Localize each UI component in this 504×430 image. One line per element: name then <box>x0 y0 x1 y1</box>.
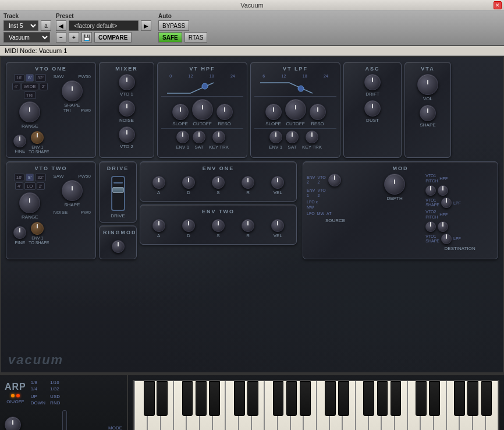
mod-pitch2-knob[interactable] <box>441 198 452 208</box>
key-as4[interactable] <box>300 381 311 416</box>
key-gs5[interactable] <box>377 381 388 416</box>
key-fs4[interactable] <box>273 381 284 416</box>
hpf-keytrk-knob[interactable] <box>212 131 225 143</box>
key-gs4[interactable] <box>286 381 297 416</box>
preset-prev-btn[interactable]: ◀ <box>56 20 66 31</box>
hpf-reso-label: RESO <box>218 121 231 126</box>
key-fs5[interactable] <box>363 381 374 416</box>
env2-r-knob[interactable] <box>242 219 254 232</box>
lpf-slope-knob[interactable] <box>265 104 282 120</box>
key-fs6[interactable] <box>454 381 465 416</box>
env2-vel-knob[interactable] <box>271 219 284 232</box>
vto1-fine-knob[interactable] <box>13 135 26 147</box>
hpf-cutoff-knob[interactable] <box>192 99 213 120</box>
preset-plus-btn[interactable]: + <box>69 32 79 43</box>
env1-a-knob[interactable] <box>152 176 165 189</box>
lpf-cutoff-knob[interactable] <box>285 99 306 120</box>
lpf-env1-knob[interactable] <box>269 131 282 143</box>
rtas-button[interactable]: RTAS <box>184 32 208 43</box>
env1-d-knob[interactable] <box>182 176 195 189</box>
preset-next-btn[interactable]: ▶ <box>141 20 151 31</box>
vto2-range-32-btn[interactable]: 32' <box>35 174 45 181</box>
vto2-env1shape-knob[interactable] <box>31 222 44 235</box>
hpf-slope-knob[interactable] <box>172 104 189 120</box>
mod-source-knob[interactable] <box>328 174 341 186</box>
hpf-env1-knob[interactable] <box>176 131 189 143</box>
mod-vto2pitch-knob[interactable] <box>425 221 436 232</box>
inst-select[interactable]: Inst 5 <box>3 20 38 31</box>
safe-button[interactable]: SAFE <box>158 32 182 43</box>
vto2-range-8-btn[interactable]: 8' <box>26 174 34 181</box>
env1-r-knob[interactable] <box>242 176 254 189</box>
key-as3[interactable] <box>209 381 220 416</box>
vto1-shape-knob[interactable] <box>62 80 83 101</box>
mod-vto1pitch-knob[interactable] <box>425 185 436 196</box>
hpf-sat-knob[interactable] <box>193 131 205 143</box>
arp-slider[interactable] <box>62 410 67 430</box>
vto1-range-knob[interactable] <box>19 101 40 122</box>
hpf-env1-label: ENV 1 <box>176 144 189 150</box>
vto2-shape-label: SHAPE <box>64 202 80 207</box>
mod-depth-knob[interactable] <box>384 174 405 195</box>
ringmod-label: RINGMOD <box>103 230 133 235</box>
vol-knob[interactable] <box>417 74 438 95</box>
key-cs3[interactable] <box>144 381 155 416</box>
key-cs4[interactable] <box>234 381 245 416</box>
env2-d-knob[interactable] <box>182 219 195 232</box>
key-ds5[interactable] <box>338 381 349 416</box>
ringmod-knob[interactable] <box>112 240 125 253</box>
vto2-range-4-btn[interactable]: 4' <box>15 182 23 190</box>
mixer-vto2-knob[interactable] <box>119 126 135 143</box>
drift-knob[interactable] <box>364 74 381 90</box>
vto2-shape-knob[interactable] <box>62 180 83 201</box>
hpf-reso-knob[interactable] <box>216 104 233 120</box>
env2-s-knob[interactable] <box>212 219 225 232</box>
mod-hpf-knob[interactable] <box>438 185 448 196</box>
range-2-btn[interactable]: 2' <box>40 83 48 90</box>
key-ds3[interactable] <box>157 381 168 416</box>
mixer-vto1-knob[interactable] <box>119 74 135 90</box>
range-16-btn[interactable]: 16' <box>14 74 24 82</box>
key-as5[interactable] <box>391 381 402 416</box>
key-cs6[interactable] <box>416 381 427 416</box>
inst-variant-btn[interactable]: a <box>41 20 51 31</box>
key-ds6[interactable] <box>429 381 440 416</box>
range-8-btn[interactable]: 8' <box>26 74 34 82</box>
key-gs3[interactable] <box>196 381 207 416</box>
mixer-noise-knob[interactable] <box>119 100 135 117</box>
mod-shape-knob[interactable] <box>441 234 452 244</box>
env1-vel-knob[interactable] <box>271 176 284 189</box>
env1-s-knob[interactable] <box>212 176 225 189</box>
vta-shape-knob[interactable] <box>420 105 436 121</box>
range-tri-btn[interactable]: TRI <box>24 91 36 99</box>
close-button[interactable]: ✕ <box>494 1 502 9</box>
bypass-button[interactable]: BYPASS <box>158 20 189 31</box>
keyboard[interactable] <box>133 380 499 430</box>
vto2-range-lo-btn[interactable]: LO <box>24 182 36 190</box>
key-fs3[interactable] <box>182 381 193 416</box>
mod-hpf2-knob[interactable] <box>438 221 448 232</box>
key-ds4[interactable] <box>247 381 258 416</box>
midi-bar: MIDI Node: Vacuum 1 <box>0 46 504 56</box>
vto2-range-knob[interactable] <box>19 192 40 213</box>
range-wide-btn[interactable]: WIDE <box>22 83 38 90</box>
compare-button[interactable]: COMPARE <box>94 32 132 43</box>
lpf-reso-knob[interactable] <box>310 104 326 120</box>
key-as6[interactable] <box>481 381 492 416</box>
preset-save-btn[interactable]: 💾 <box>81 32 92 43</box>
env2-a-knob[interactable] <box>152 219 165 232</box>
vto2-range-16-btn[interactable]: 16' <box>14 174 24 181</box>
instrument-select[interactable]: Vacuum <box>3 32 50 43</box>
range-32-btn[interactable]: 32' <box>35 74 45 82</box>
vto1-env1shape-knob[interactable]: ● <box>31 131 44 144</box>
vto2-fine-knob[interactable] <box>13 226 26 239</box>
lpf-keytrk-knob[interactable] <box>306 131 318 143</box>
range-4-btn[interactable]: 4' <box>12 83 20 90</box>
key-gs6[interactable] <box>467 381 478 416</box>
lpf-sat-knob[interactable] <box>286 131 299 143</box>
arp-rate-knob[interactable] <box>5 417 21 431</box>
key-cs5[interactable] <box>325 381 336 416</box>
preset-minus-btn[interactable]: − <box>56 32 66 43</box>
dust-knob[interactable] <box>364 100 381 117</box>
vto2-range-2-btn[interactable]: 2' <box>37 182 45 190</box>
